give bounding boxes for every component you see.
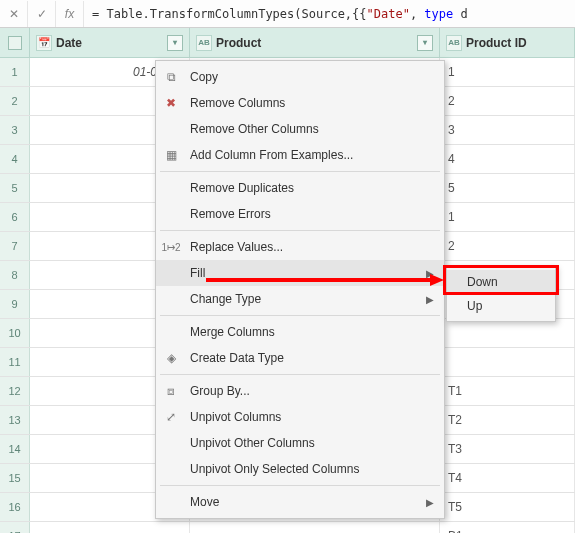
row-number[interactable]: 15 [0,464,30,492]
fx-icon[interactable]: fx [56,1,84,27]
cell-product-id[interactable]: T3 [440,435,575,463]
menu-group-by[interactable]: ⧈ Group By... [156,378,444,404]
row-number[interactable]: 6 [0,203,30,231]
row-number[interactable]: 11 [0,348,30,376]
select-all-corner[interactable] [0,28,30,57]
column-label: Product ID [466,36,527,50]
column-header-row: 📅 Date ▾ AB Product ▾ AB Product ID [0,28,575,58]
cell-product-id[interactable]: 1 [440,58,575,86]
submenu-label: Up [467,299,482,313]
menu-copy[interactable]: ⧉ Copy [156,64,444,90]
formula-comma: , [410,7,424,21]
cell-product-id[interactable] [440,348,575,376]
submenu-arrow-icon: ▶ [426,497,434,508]
menu-unpivot-other-columns[interactable]: Unpivot Other Columns [156,430,444,456]
fill-submenu: Down Up [446,266,556,322]
menu-replace-values[interactable]: 1↦2 Replace Values... [156,234,444,260]
blank-icon [162,179,180,197]
blank-icon [162,290,180,308]
column-header-product[interactable]: AB Product ▾ [190,28,440,57]
cell-product-id[interactable]: 4 [440,145,575,173]
row-number[interactable]: 7 [0,232,30,260]
table-icon [8,36,22,50]
add-column-icon: ▦ [162,146,180,164]
menu-move[interactable]: Move ▶ [156,489,444,515]
filter-dropdown-icon[interactable]: ▾ [167,35,183,51]
blank-icon [162,434,180,452]
filter-dropdown-icon[interactable]: ▾ [417,35,433,51]
row-number[interactable]: 5 [0,174,30,202]
menu-remove-errors[interactable]: Remove Errors [156,201,444,227]
row-number[interactable]: 8 [0,261,30,289]
row-number[interactable]: 3 [0,116,30,144]
column-header-date[interactable]: 📅 Date ▾ [30,28,190,57]
menu-unpivot-selected-columns[interactable]: Unpivot Only Selected Columns [156,456,444,482]
submenu-fill-up[interactable]: Up [447,294,555,318]
menu-unpivot-columns[interactable]: ⤢ Unpivot Columns [156,404,444,430]
cell-product-id[interactable]: T2 [440,406,575,434]
row-number[interactable]: 1 [0,58,30,86]
row-number[interactable]: 10 [0,319,30,347]
cell-product-id[interactable]: 2 [440,87,575,115]
blank-icon [162,205,180,223]
row-number[interactable]: 13 [0,406,30,434]
menu-change-type[interactable]: Change Type ▶ [156,286,444,312]
blank-icon [162,493,180,511]
menu-separator [160,171,440,172]
menu-separator [160,485,440,486]
menu-separator [160,374,440,375]
menu-separator [160,230,440,231]
cell-product-id[interactable]: 1 [440,203,575,231]
submenu-fill-down[interactable]: Down [447,270,555,294]
context-menu: ⧉ Copy ✖ Remove Columns Remove Other Col… [155,60,445,519]
cell-product-id[interactable] [440,319,575,347]
menu-remove-columns[interactable]: ✖ Remove Columns [156,90,444,116]
menu-fill[interactable]: Fill ▶ [156,260,444,286]
submenu-arrow-icon: ▶ [426,268,434,279]
menu-merge-columns[interactable]: Merge Columns [156,319,444,345]
group-by-icon: ⧈ [162,382,180,400]
blank-icon [162,323,180,341]
menu-create-data-type[interactable]: ◈ Create Data Type [156,345,444,371]
formula-trailing: d [453,7,467,21]
row-number[interactable]: 4 [0,145,30,173]
submenu-arrow-icon: ▶ [426,294,434,305]
menu-remove-other-columns[interactable]: Remove Other Columns [156,116,444,142]
unpivot-icon: ⤢ [162,408,180,426]
menu-remove-duplicates[interactable]: Remove Duplicates [156,175,444,201]
text-type-icon: AB [196,35,212,51]
column-label: Date [56,36,82,50]
cell-product-id[interactable]: B1 [440,522,575,533]
cell-product-id[interactable]: T4 [440,464,575,492]
formula-string: "Date" [367,7,410,21]
formula-input[interactable]: = Table.TransformColumnTypes(Source,{{"D… [84,7,575,21]
row-number[interactable]: 17 [0,522,30,533]
row-number[interactable]: 16 [0,493,30,521]
column-header-product-id[interactable]: AB Product ID [440,28,575,57]
cell-product-id[interactable]: T5 [440,493,575,521]
cell-product-id[interactable]: 2 [440,232,575,260]
row-number[interactable]: 14 [0,435,30,463]
formula-bar: ✕ ✓ fx = Table.TransformColumnTypes(Sour… [0,0,575,28]
cancel-formula-icon[interactable]: ✕ [0,1,28,27]
cell-product-id[interactable]: 5 [440,174,575,202]
copy-icon: ⧉ [162,68,180,86]
cell-product-id[interactable]: T1 [440,377,575,405]
row-number[interactable]: 2 [0,87,30,115]
cell-product-id[interactable]: 3 [440,116,575,144]
calendar-icon: 📅 [36,35,52,51]
blank-icon [162,460,180,478]
row-number[interactable]: 9 [0,290,30,318]
table-row[interactable]: 17B1 [0,522,575,533]
data-type-icon: ◈ [162,349,180,367]
menu-add-column-from-examples[interactable]: ▦ Add Column From Examples... [156,142,444,168]
text-type-icon: AB [446,35,462,51]
replace-values-icon: 1↦2 [162,238,180,256]
formula-type-kw: type [424,7,453,21]
cell-date[interactable] [30,522,190,533]
cell-product[interactable] [190,522,440,533]
row-number[interactable]: 12 [0,377,30,405]
blank-icon [162,120,180,138]
accept-formula-icon[interactable]: ✓ [28,1,56,27]
formula-prefix: = Table.TransformColumnTypes(Source,{{ [92,7,367,21]
